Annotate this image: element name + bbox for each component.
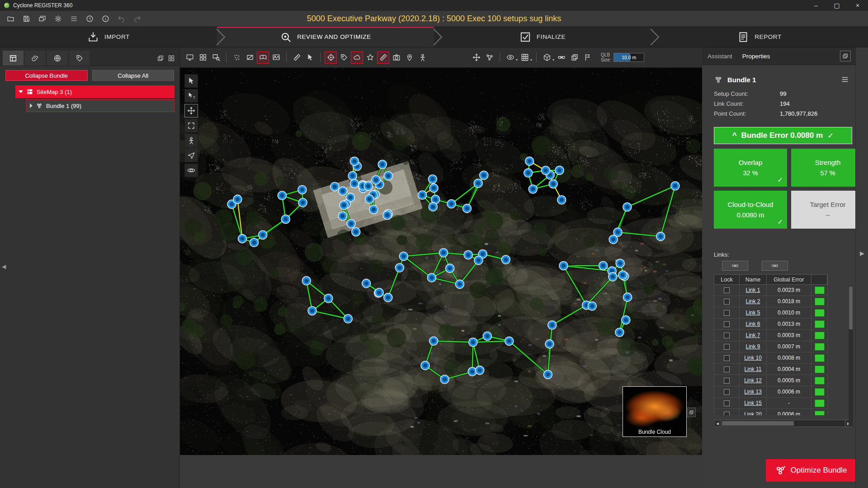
- scrollbar-thumb[interactable]: [722, 421, 794, 426]
- panel-layout-icon[interactable]: [840, 51, 851, 61]
- lock-checkbox[interactable]: [724, 389, 730, 395]
- add-target-icon[interactable]: [325, 52, 337, 64]
- link-row-link-2[interactable]: Link 20.0018 m: [714, 296, 828, 307]
- panorama-view-icon[interactable]: [257, 52, 269, 64]
- compare-icon[interactable]: [568, 52, 580, 64]
- settings-icon[interactable]: [52, 13, 64, 24]
- links-vertical-scrollbar[interactable]: [849, 286, 853, 427]
- lock-checkbox[interactable]: [724, 355, 730, 361]
- lock-checkbox[interactable]: [724, 378, 730, 384]
- banner-collapse-icon[interactable]: ^: [732, 131, 737, 140]
- grid-icon[interactable]: [519, 52, 531, 64]
- link-name-link[interactable]: Link 9: [745, 343, 760, 350]
- tile-windows-icon[interactable]: [197, 52, 209, 64]
- bundle-cloud-thumbnail[interactable]: Bundle Cloud: [623, 386, 687, 437]
- expand-tree-icon[interactable]: [157, 55, 164, 62]
- window-layout-icon[interactable]: [36, 13, 48, 24]
- links-horizontal-scrollbar[interactable]: ◀ ▶: [714, 420, 852, 427]
- cube-view-icon[interactable]: [541, 52, 553, 64]
- add-favorite-icon[interactable]: [364, 52, 376, 64]
- create-link-button[interactable]: [722, 261, 748, 271]
- point-cloud-viewport[interactable]: ? Bundle Cloud: [180, 68, 702, 455]
- tile-cloud-to-cloud[interactable]: Cloud-to-Cloud0.0080 m✓: [714, 191, 787, 229]
- link-row-link-20[interactable]: Link 200.0006 m: [714, 409, 828, 415]
- workflow-tab-import[interactable]: IMPORT: [0, 27, 217, 47]
- dropdown-caret-icon[interactable]: ▾: [516, 58, 518, 62]
- dropdown-caret-icon[interactable]: ▾: [552, 58, 554, 62]
- link-name-link[interactable]: Link 12: [744, 377, 762, 384]
- map-flag-icon[interactable]: [581, 52, 594, 64]
- lock-checkbox[interactable]: [724, 310, 730, 316]
- link-visibility-icon[interactable]: [555, 52, 567, 64]
- tab-properties[interactable]: Properties: [742, 53, 770, 60]
- auto-link-button[interactable]: [762, 261, 788, 271]
- tab-attachments[interactable]: [25, 51, 46, 66]
- link-row-link-10[interactable]: Link 100.0008 m: [714, 352, 828, 364]
- event-log-icon[interactable]: [68, 13, 80, 24]
- select-tool-icon[interactable]: [184, 74, 198, 88]
- link-name-link[interactable]: Link 2: [745, 298, 760, 305]
- collapse-left-panel-icon[interactable]: ◀: [2, 263, 6, 270]
- col-global-error[interactable]: Global Error: [767, 275, 811, 284]
- tile-target-error[interactable]: Target Error--: [791, 191, 855, 229]
- tab-assistant[interactable]: Assistant: [708, 53, 732, 60]
- add-image-icon[interactable]: [390, 52, 402, 64]
- link-name-link[interactable]: Link 20: [744, 411, 762, 415]
- tab-tags[interactable]: [69, 51, 90, 66]
- pano-person-icon[interactable]: [416, 52, 429, 64]
- zoom-window-icon[interactable]: [210, 52, 222, 64]
- select-query-tool-icon[interactable]: ?: [184, 89, 198, 103]
- tree-item-bundle-1-99-[interactable]: Bundle 1 (99): [26, 99, 175, 112]
- new-window-icon[interactable]: [184, 52, 196, 64]
- save-icon[interactable]: [20, 13, 32, 24]
- link-name-link[interactable]: Link 10: [744, 355, 762, 361]
- close-button[interactable]: ×: [847, 0, 868, 11]
- visual-alignment-icon[interactable]: [377, 52, 389, 64]
- tree-expander-icon[interactable]: [19, 90, 23, 93]
- workflow-tab-report[interactable]: REPORT: [651, 27, 868, 47]
- link-row-link-12[interactable]: Link 120.0005 m: [714, 375, 828, 386]
- link-row-link-13[interactable]: Link 130.0006 m: [714, 386, 828, 398]
- col-name[interactable]: Name: [740, 275, 767, 284]
- setup-links-icon[interactable]: [483, 52, 495, 64]
- link-name-link[interactable]: Link 6: [745, 321, 760, 327]
- link-row-link-6[interactable]: Link 60.0013 m: [714, 319, 828, 330]
- link-row-link-1[interactable]: Link 10.0023 m: [714, 285, 828, 296]
- link-row-link-9[interactable]: Link 90.0007 m: [714, 341, 828, 352]
- expand-right-panel-icon[interactable]: ▶: [860, 250, 864, 257]
- link-row-link-5[interactable]: Link 50.0010 m: [714, 307, 828, 319]
- lock-checkbox[interactable]: [724, 366, 730, 372]
- lock-checkbox[interactable]: [724, 287, 730, 293]
- undo-icon[interactable]: [115, 13, 127, 24]
- tree-expander-icon[interactable]: [30, 103, 33, 108]
- workflow-tab-review-and-optimize[interactable]: REVIEW AND OPTIMIZE: [217, 27, 434, 47]
- link-name-link[interactable]: Link 13: [744, 389, 762, 395]
- minimize-button[interactable]: –: [806, 0, 826, 11]
- about-icon[interactable]: i: [99, 13, 111, 24]
- tile-strength[interactable]: Strength57 %✓: [791, 149, 855, 187]
- link-name-link[interactable]: Link 15: [744, 400, 762, 406]
- optimize-bundle-button[interactable]: Optimize Bundle: [766, 459, 855, 482]
- lock-checkbox[interactable]: [724, 321, 730, 327]
- dropdown-caret-icon[interactable]: ▾: [530, 58, 532, 62]
- image-view-icon[interactable]: [270, 52, 282, 64]
- tree-item-sitemap-3-1-[interactable]: SiteMap 3 (1): [15, 85, 175, 98]
- link-name-link[interactable]: Link 1: [745, 287, 760, 293]
- move-setup-icon[interactable]: [470, 52, 482, 64]
- lock-checkbox[interactable]: [724, 400, 730, 406]
- bundle-menu-icon[interactable]: [841, 75, 849, 84]
- measure-icon[interactable]: [291, 52, 303, 64]
- person-view-tool-icon[interactable]: [184, 134, 198, 147]
- collapse-bundle-button[interactable]: Collapse Bundle: [5, 70, 88, 81]
- point-view-icon[interactable]: [231, 52, 243, 64]
- lock-checkbox[interactable]: [724, 344, 730, 350]
- link-row-link-15[interactable]: Link 15-: [714, 398, 828, 409]
- pan-tool-icon[interactable]: [184, 104, 198, 117]
- scroll-left-icon[interactable]: ◀: [714, 420, 721, 427]
- tab-project-explorer[interactable]: [3, 51, 24, 66]
- help-icon[interactable]: ?: [84, 13, 95, 24]
- cloud-to-cloud-icon[interactable]: [351, 52, 363, 64]
- workflow-tab-finalize[interactable]: FINALIZE: [434, 27, 651, 47]
- add-geotag-icon[interactable]: [403, 52, 415, 64]
- link-row-link-11[interactable]: Link 110.0004 m: [714, 364, 828, 375]
